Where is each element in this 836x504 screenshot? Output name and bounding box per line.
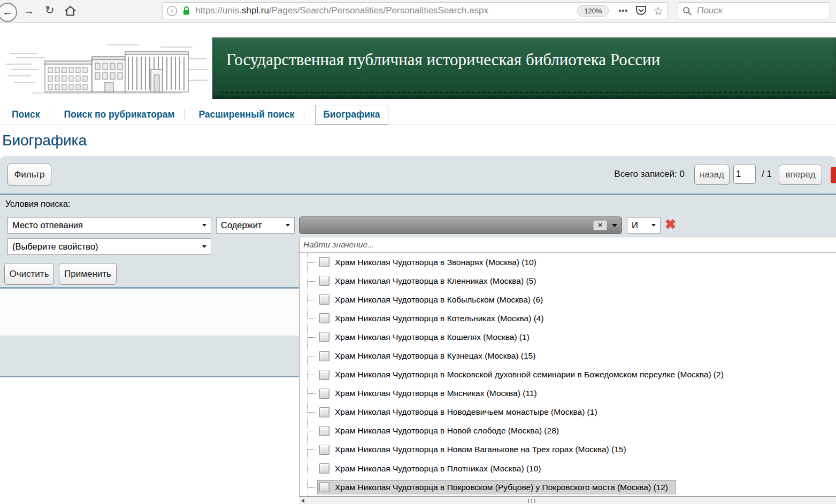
scrollbar-grip[interactable] (528, 499, 536, 503)
pocket-icon[interactable] (635, 5, 647, 16)
value-search-input[interactable] (300, 240, 818, 250)
list-item[interactable]: Храм Николая Чудотворца в Звонарях (Моск… (300, 253, 836, 272)
clear-button[interactable]: Очистить (4, 263, 54, 285)
item-checkbox[interactable] (319, 463, 329, 474)
horizontal-scrollbar[interactable] (299, 497, 836, 504)
item-checkbox[interactable] (319, 370, 329, 380)
remove-condition-icon[interactable]: ✖ (665, 217, 676, 232)
item-checkbox[interactable] (319, 257, 329, 267)
property-select-value: Место отпевания (12, 220, 83, 230)
back-button[interactable]: ← (0, 3, 17, 22)
list-item[interactable]: Храм Николая Чудотворца в Кленниках (Мос… (300, 272, 836, 290)
library-building-illustration (0, 37, 212, 99)
value-search-row (300, 237, 836, 253)
site-nav: Поиск Поиск по рубрикаторам Расширенный … (0, 105, 836, 125)
list-item-label: Храм Николая Чудотворца в Мясниках (Моск… (335, 389, 537, 398)
list-item-label: Храм Николая Чудотворца в Котельниках (М… (335, 314, 544, 323)
apply-button[interactable]: Применить (59, 263, 117, 285)
page: ← → ↻ i https://unis.shpl.ru/Pages/Searc… (0, 0, 836, 504)
cut-off-red-button[interactable] (831, 167, 836, 183)
list-item-label: Храм Николая Чудотворца в Кошелях (Москв… (335, 332, 530, 342)
chevron-down-icon (651, 224, 656, 227)
list-item[interactable]: Храм Николая Чудотворца в Кошелях (Москв… (300, 328, 836, 346)
horizontal-divider (0, 376, 299, 377)
list-item[interactable]: Храм Николая Чудотворца в Кузнецах (Моск… (300, 346, 836, 365)
tab-divider (50, 110, 50, 120)
tab-divider (184, 110, 185, 120)
page-info-icon[interactable]: i (167, 6, 177, 16)
forward-arrow-icon: → (24, 5, 34, 17)
property-select[interactable]: Место отпевания (7, 217, 211, 234)
scroll-left-icon[interactable] (301, 499, 304, 503)
conditions-section-label: Условия поиска: (5, 199, 70, 209)
page-total-label: / 1 (762, 169, 772, 180)
list-item[interactable]: Храм Николая Чудотворца в Новом Ваганько… (300, 440, 836, 459)
pagination-forward-button[interactable]: вперед (779, 165, 822, 185)
item-checkbox[interactable] (319, 407, 329, 417)
home-icon (64, 5, 76, 17)
page-number-input[interactable] (733, 165, 756, 184)
operator-select[interactable]: Содержит (216, 217, 295, 234)
list-item-label: Храм Николая Чудотворца в Новодевичьем м… (335, 407, 597, 417)
forward-button[interactable]: → (24, 5, 34, 17)
results-empty-area (0, 289, 299, 336)
site-banner: Государственная публичная историческая б… (212, 37, 836, 99)
records-count-value: 0 (680, 169, 685, 179)
list-item-label: Храм Николая Чудотворца в Кленниках (Мос… (335, 276, 536, 286)
list-item-label: Храм Николая Чудотворца в Новом Ваганько… (335, 445, 626, 454)
new-property-select[interactable]: (Выберите свойство) (7, 238, 211, 255)
browser-toolbar: ← → ↻ i https://unis.shpl.ru/Pages/Searc… (0, 0, 836, 23)
horizontal-divider (0, 193, 836, 195)
logic-operator-value: И (632, 220, 638, 230)
tab-advanced-search[interactable]: Расширенный поиск (191, 105, 302, 124)
value-dropdown-panel: Храм Николая Чудотворца в Звонарях (Моск… (299, 237, 836, 497)
page-title: Биографика (2, 132, 87, 149)
reload-icon: ↻ (45, 4, 55, 16)
clear-value-icon[interactable]: ✕ (593, 220, 607, 230)
item-checkbox[interactable] (319, 426, 329, 436)
value-combobox[interactable]: ✕ (299, 216, 622, 234)
home-button[interactable] (64, 5, 76, 17)
logic-operator-select[interactable]: И (627, 217, 661, 234)
new-property-placeholder: (Выберите свойство) (12, 242, 98, 252)
list-item-label: Храм Николая Чудотворца в Кобыльском (Мо… (335, 295, 543, 305)
chevron-down-icon (202, 224, 206, 227)
back-arrow-icon: ← (3, 6, 13, 18)
list-item[interactable]: Храм Николая Чудотворца в Котельниках (М… (300, 309, 836, 328)
item-checkbox[interactable] (319, 294, 329, 305)
list-item[interactable]: Храм Николая Чудотворца в Новой слободе … (300, 422, 836, 440)
list-item[interactable]: Храм Николая Чудотворца в Кобыльском (Мо… (300, 290, 836, 309)
zoom-level-badge[interactable]: 120% (577, 5, 609, 17)
pagination-back-button[interactable]: назад (694, 165, 730, 185)
item-checkbox[interactable] (319, 445, 329, 455)
list-item-label: Храм Николая Чудотворца в Кузнецах (Моск… (335, 351, 535, 361)
item-checkbox[interactable] (319, 351, 329, 361)
list-item-label: Храм Николая Чудотворца в Плотниках (Мос… (335, 464, 541, 474)
browser-search-input[interactable] (696, 5, 805, 17)
tab-search[interactable]: Поиск (4, 105, 48, 124)
browser-search-box[interactable] (678, 2, 830, 19)
tab-biografika[interactable]: Биографика (315, 105, 388, 125)
item-checkbox[interactable] (319, 389, 329, 399)
item-checkbox[interactable] (319, 276, 329, 286)
list-item[interactable]: Храм Николая Чудотворца в Плотниках (Мос… (300, 459, 836, 478)
reload-button[interactable]: ↻ (45, 4, 55, 17)
search-icon (682, 6, 692, 15)
list-item[interactable]: Храм Николая Чудотворца в Мясниках (Моск… (300, 384, 836, 403)
url-text: https://unis.shpl.ru/Pages/Search/Person… (195, 5, 488, 16)
tab-rubricator-search[interactable]: Поиск по рубрикаторам (57, 105, 182, 124)
url-bar[interactable]: i https://unis.shpl.ru/Pages/Search/Pers… (162, 2, 668, 19)
item-checkbox[interactable] (319, 482, 329, 492)
item-checkbox[interactable] (319, 332, 329, 342)
list-item[interactable]: Храм Николая Чудотворца в Московской дух… (300, 366, 836, 384)
list-item[interactable]: Храм Николая Чудотворца в Новодевичьем м… (300, 403, 836, 422)
footer-panel-background (0, 336, 299, 376)
list-item-label: Храм Николая Чудотворца в Московской дух… (335, 370, 724, 379)
page-actions-icon[interactable]: ••• (618, 6, 628, 15)
list-item[interactable]: Храм Николая Чудотворца в Покровском (Ру… (300, 478, 836, 497)
chevron-down-icon (612, 224, 617, 227)
bookmark-star-icon[interactable]: ☆ (653, 5, 663, 17)
chevron-down-icon (286, 224, 290, 227)
item-checkbox[interactable] (319, 313, 329, 323)
filter-button[interactable]: Фильтр (7, 164, 51, 186)
